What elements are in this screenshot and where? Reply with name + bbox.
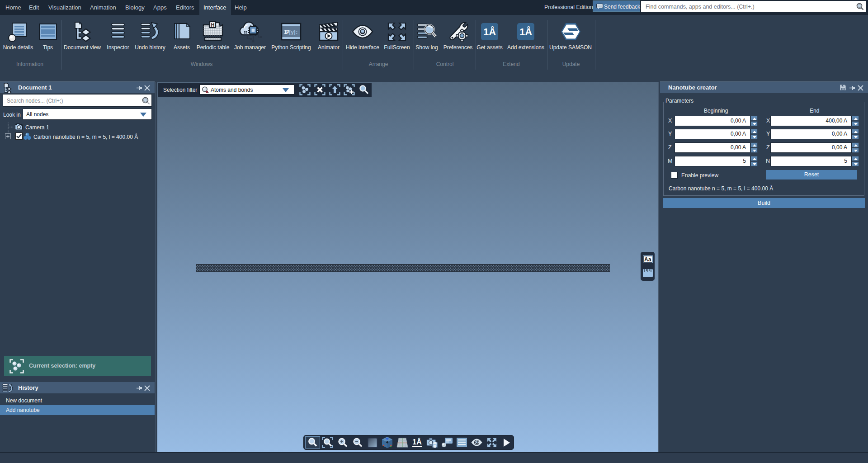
svg-text:IP[y]:: IP[y]: xyxy=(284,29,298,36)
svg-text:1Å: 1Å xyxy=(483,26,496,38)
svg-text:H: H xyxy=(211,22,215,28)
svg-text:1Å: 1Å xyxy=(519,26,532,38)
